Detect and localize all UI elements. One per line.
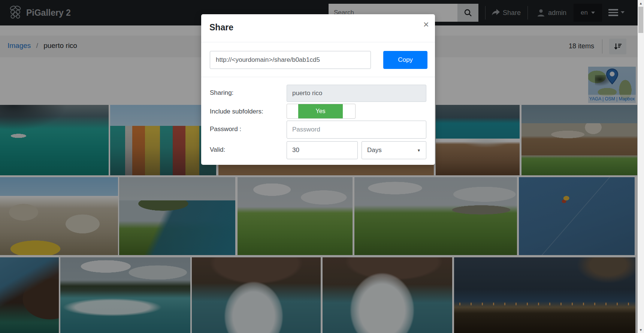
toggle-on-label: Yes xyxy=(298,104,343,118)
dialog-header-divider xyxy=(201,42,435,42)
dialog-title: Share xyxy=(209,22,233,33)
password-input[interactable] xyxy=(287,121,426,139)
chevron-down-icon: ▼ xyxy=(417,148,421,152)
sharing-name-input xyxy=(287,85,426,102)
vertical-scrollbar[interactable]: ▲ ▼ xyxy=(638,0,644,333)
scroll-up-icon[interactable]: ▲ xyxy=(638,0,644,6)
dialog-body-divider xyxy=(201,77,435,77)
sharing-label: Sharing: xyxy=(210,89,233,97)
scrollbar-thumb[interactable] xyxy=(638,7,643,33)
valid-unit-select[interactable]: Days ▼ xyxy=(362,141,426,159)
valid-label: Valid: xyxy=(210,146,225,154)
close-icon[interactable]: × xyxy=(423,19,429,29)
copy-button[interactable]: Copy xyxy=(383,51,427,69)
valid-amount-input[interactable] xyxy=(287,141,358,159)
share-dialog: Share × Copy Sharing: Include subfolders… xyxy=(201,14,435,165)
share-url-input[interactable] xyxy=(210,51,371,69)
password-label: Password : xyxy=(210,125,241,133)
valid-unit-value: Days xyxy=(367,146,382,154)
include-subfolders-label: Include subfolders: xyxy=(210,108,263,115)
include-subfolders-toggle[interactable]: Yes xyxy=(287,104,356,119)
scroll-down-icon[interactable]: ▼ xyxy=(638,327,644,333)
